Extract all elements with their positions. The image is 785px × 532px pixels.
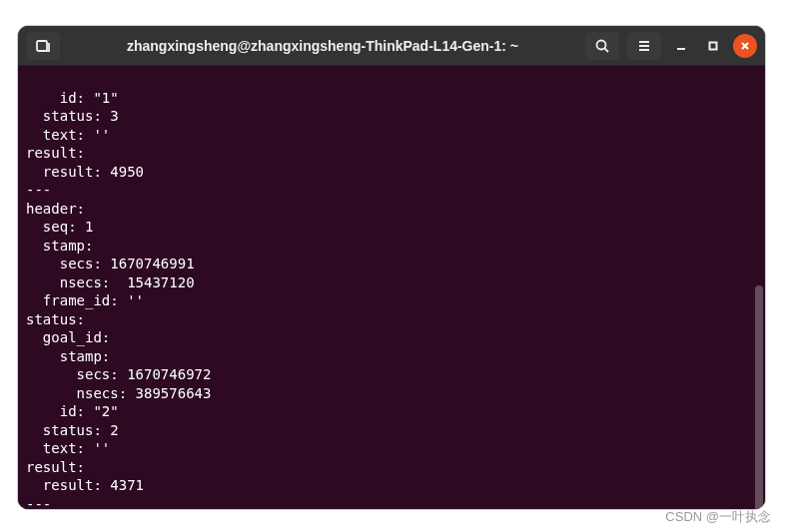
terminal-line: status: 3 — [26, 108, 119, 124]
terminal-line: header: — [26, 201, 85, 217]
terminal-line: seq: 1 — [26, 219, 93, 235]
terminal-line: frame_id: '' — [26, 292, 144, 308]
titlebar: zhangxingsheng@zhangxingsheng-ThinkPad-L… — [18, 26, 765, 66]
maximize-icon — [708, 41, 718, 51]
new-tab-button[interactable] — [26, 32, 60, 60]
window-title: zhangxingsheng@zhangxingsheng-ThinkPad-L… — [68, 38, 577, 54]
terminal-line: secs: 1670746991 — [26, 256, 195, 271]
watermark: CSDN @一叶执念 — [665, 508, 771, 526]
terminal-content[interactable]: id: "1" status: 3 text: '' result: resul… — [18, 66, 765, 509]
terminal-line: text: '' — [26, 127, 110, 143]
terminal-line: id: "2" — [26, 403, 119, 419]
terminal-line: status: — [26, 311, 85, 327]
search-button[interactable] — [585, 32, 619, 60]
terminal-line: nsecs: 15437120 — [26, 274, 195, 290]
new-tab-icon — [35, 38, 51, 54]
minimize-button[interactable] — [669, 34, 693, 58]
scrollbar[interactable] — [755, 285, 763, 509]
titlebar-right-controls — [585, 32, 757, 60]
close-icon — [740, 41, 750, 51]
terminal-line: result: 4371 — [26, 477, 144, 493]
terminal-line: status: 2 — [26, 422, 119, 438]
terminal-line: stamp: — [26, 238, 93, 254]
terminal-line: nsecs: 389576643 — [26, 385, 211, 401]
terminal-window: zhangxingsheng@zhangxingsheng-ThinkPad-L… — [18, 26, 765, 509]
terminal-line: --- — [26, 182, 51, 198]
terminal-line: result: — [26, 145, 85, 161]
terminal-line: result: 4950 — [26, 164, 144, 180]
terminal-line: text: '' — [26, 440, 110, 456]
svg-rect-0 — [37, 41, 47, 51]
search-icon — [594, 38, 610, 54]
terminal-line: id: "1" — [26, 90, 119, 106]
svg-line-2 — [605, 48, 609, 52]
close-button[interactable] — [733, 34, 757, 58]
svg-rect-7 — [710, 42, 717, 49]
terminal-line: result: — [26, 459, 85, 475]
maximize-button[interactable] — [701, 34, 725, 58]
terminal-line: stamp: — [26, 348, 110, 364]
terminal-line: secs: 1670746972 — [26, 366, 211, 382]
minimize-icon — [676, 41, 686, 51]
terminal-line: goal_id: — [26, 329, 110, 345]
terminal-line: --- — [26, 496, 51, 510]
hamburger-icon — [636, 38, 652, 54]
svg-point-1 — [597, 40, 606, 49]
menu-button[interactable] — [627, 32, 661, 60]
